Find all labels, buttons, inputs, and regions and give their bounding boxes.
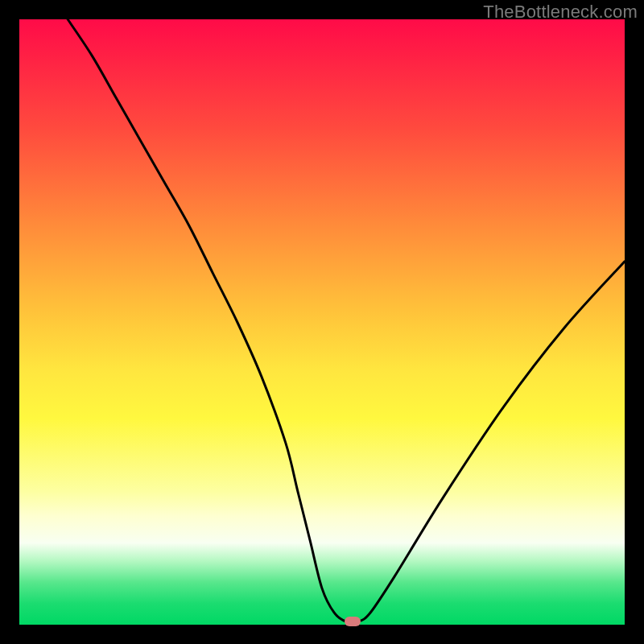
chart-frame: TheBottleneck.com <box>0 0 644 644</box>
optimum-marker <box>345 617 361 626</box>
bottleneck-curve <box>19 19 625 625</box>
chart-plot-area <box>19 19 625 625</box>
watermark-text: TheBottleneck.com <box>483 2 638 23</box>
curve-path <box>68 19 625 623</box>
